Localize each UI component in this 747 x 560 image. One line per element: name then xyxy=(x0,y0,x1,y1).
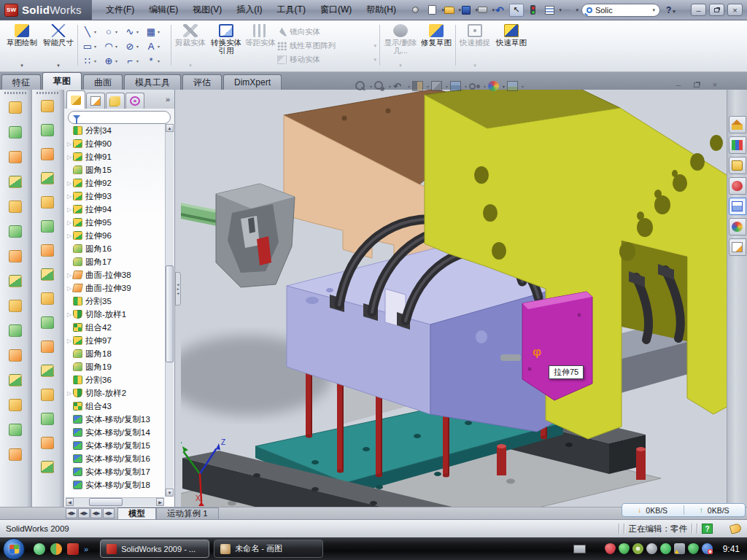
document-tab[interactable]: 模型 xyxy=(117,508,156,519)
open-icon[interactable] xyxy=(442,4,457,17)
new-document-icon[interactable] xyxy=(425,4,440,17)
pin-icon[interactable] xyxy=(409,4,423,17)
taskbar-clock[interactable]: 9:41 xyxy=(723,544,740,554)
zoom-fit-icon[interactable]: ▾ xyxy=(355,80,367,92)
expand-arrow-icon[interactable] xyxy=(66,154,73,160)
tree-item[interactable]: 组合43 xyxy=(66,400,164,413)
command-tab[interactable]: 草图 xyxy=(42,72,82,90)
panel-splitter-handle[interactable]: ◂▸◂ xyxy=(175,272,181,306)
messenger-icon[interactable] xyxy=(34,543,45,555)
display-style-icon[interactable]: ▾ xyxy=(449,80,462,92)
first-tab-icon[interactable]: ◀▶ xyxy=(66,508,77,518)
zoom-area-icon[interactable]: ▾ xyxy=(374,80,386,92)
tree-item[interactable]: 实体-移动/复制18 xyxy=(66,478,164,491)
expand-arrow-icon[interactable] xyxy=(66,141,73,147)
command-tab[interactable]: 评估 xyxy=(182,74,222,90)
tree-item[interactable]: 实体-移动/复制15 xyxy=(66,439,164,452)
keyboard-icon[interactable] xyxy=(573,545,586,553)
thicken-icon[interactable] xyxy=(39,291,58,308)
tree-item[interactable]: 拉伸97 xyxy=(66,334,164,347)
knit-surface-icon[interactable] xyxy=(39,267,58,284)
expand-arrow-icon[interactable] xyxy=(66,193,73,200)
quick-snaps-button[interactable]: 快速捕捉▾ xyxy=(460,23,490,69)
menu-item[interactable]: 视图(V) xyxy=(186,1,228,18)
messenger-status-icon[interactable] xyxy=(702,543,713,554)
tree-item[interactable]: 拉伸96 xyxy=(66,229,164,242)
update-ring-icon[interactable] xyxy=(632,543,643,554)
print-icon[interactable] xyxy=(476,4,490,17)
shell-icon[interactable] xyxy=(7,199,26,217)
search-dropdown-icon[interactable]: ▾ xyxy=(652,7,655,13)
doc-close-button[interactable]: × xyxy=(708,79,722,90)
instant3d-icon[interactable] xyxy=(7,447,26,464)
scroll-down-icon[interactable]: ▼ xyxy=(166,489,174,497)
scene-icon[interactable]: ▾ xyxy=(506,80,519,92)
dimxpertmanager-tab[interactable] xyxy=(125,93,144,109)
antivirus-shield-icon[interactable] xyxy=(605,543,616,554)
defender-plus-icon[interactable] xyxy=(688,543,699,554)
trim-region-icon[interactable]: ▦▾ xyxy=(144,24,165,39)
indent-icon[interactable] xyxy=(39,122,58,140)
save-icon[interactable] xyxy=(459,4,473,17)
linear-pattern-button[interactable]: 线性草图阵列▾ xyxy=(277,39,376,52)
tree-item[interactable]: 拉伸93 xyxy=(66,190,164,203)
menu-item[interactable]: 窗口(W) xyxy=(314,1,358,18)
next-tab-icon[interactable]: ◀▶ xyxy=(90,508,102,518)
bend-icon[interactable] xyxy=(39,147,58,164)
taskbar-task-button[interactable]: 未命名 - 画图 xyxy=(214,540,323,558)
tree-item[interactable]: 组合42 xyxy=(66,321,164,334)
tree-item[interactable]: 圆角17 xyxy=(66,255,164,268)
scroll-left-icon[interactable]: ◀ xyxy=(66,498,74,506)
menu-item[interactable]: 工具(T) xyxy=(271,1,312,18)
scroll-thumb[interactable] xyxy=(166,265,174,362)
core-icon[interactable] xyxy=(39,435,58,453)
split-body-icon[interactable] xyxy=(7,323,26,341)
help-button[interactable]: ? xyxy=(666,5,676,15)
arc-icon[interactable]: ◠▾ xyxy=(101,39,123,53)
tree-vertical-scrollbar[interactable]: ▲ ▼ xyxy=(165,124,174,497)
convert-entities-button[interactable]: 转换实体引用 xyxy=(209,23,244,69)
line-icon[interactable]: ╲▾ xyxy=(80,24,101,39)
selection-filter-icon[interactable] xyxy=(526,4,541,17)
polygon-icon[interactable]: ⊕▾ xyxy=(101,53,123,68)
tree-item[interactable]: 分割34 xyxy=(66,124,164,137)
3d-model-scene[interactable]: φ Y Z xyxy=(181,90,747,507)
select-arrow-icon[interactable]: ↖ xyxy=(509,4,524,17)
deform-icon[interactable] xyxy=(39,219,58,236)
file-explorer-icon[interactable] xyxy=(729,157,746,174)
wrap-icon[interactable] xyxy=(7,174,26,192)
trim-entities-button[interactable]: 剪裁实体▾ xyxy=(175,23,206,69)
mirror-entities-button[interactable]: 镜向实体 xyxy=(277,25,376,39)
tooling-split-icon[interactable] xyxy=(39,411,58,429)
pattern-icon[interactable] xyxy=(7,273,26,291)
propertymanager-tab[interactable] xyxy=(86,93,105,109)
search-box[interactable]: Solic ▾ xyxy=(581,4,660,17)
scroll-thumb[interactable] xyxy=(89,498,123,506)
parting-surface-icon[interactable] xyxy=(39,387,58,405)
sketch-text-icon[interactable]: A▾ xyxy=(144,39,165,53)
spline-icon[interactable]: ∿▾ xyxy=(123,24,144,39)
tree-item[interactable]: 实体-移动/复制13 xyxy=(66,413,164,426)
custom-properties-icon[interactable] xyxy=(729,238,746,256)
options-list-icon[interactable] xyxy=(543,4,557,17)
reference-geometry-icon[interactable] xyxy=(7,397,26,415)
move-copy-body-icon[interactable] xyxy=(7,373,26,390)
expand-arrow-icon[interactable] xyxy=(66,311,73,318)
tree-filter-input[interactable] xyxy=(68,111,171,124)
rebuild-icon[interactable]: ⋯ xyxy=(560,4,574,17)
tree-item[interactable]: 拉伸90 xyxy=(66,137,164,150)
display-delete-relations-button[interactable]: 显示/删除几...▾ xyxy=(384,23,417,69)
minimize-button[interactable]: – xyxy=(691,4,706,16)
hide-show-items-icon[interactable]: ▾ xyxy=(468,80,481,92)
scroll-up-icon[interactable]: ▲ xyxy=(166,124,174,132)
appearances-icon[interactable]: ▾ xyxy=(487,80,500,92)
view-orientation-icon[interactable]: ▾ xyxy=(430,80,443,92)
point-icon[interactable]: *▾ xyxy=(144,53,165,68)
wireless-warning-icon[interactable] xyxy=(674,543,685,554)
panel-overflow-chevron-icon[interactable]: » xyxy=(166,95,170,104)
sync-icon[interactable] xyxy=(660,543,671,554)
tree-item[interactable]: 切除-放样2 xyxy=(66,386,164,400)
command-tab[interactable]: 模具工具 xyxy=(124,74,181,90)
tree-item[interactable]: 圆角18 xyxy=(66,347,164,360)
prev-tab-icon[interactable]: ◀▶ xyxy=(78,508,90,518)
